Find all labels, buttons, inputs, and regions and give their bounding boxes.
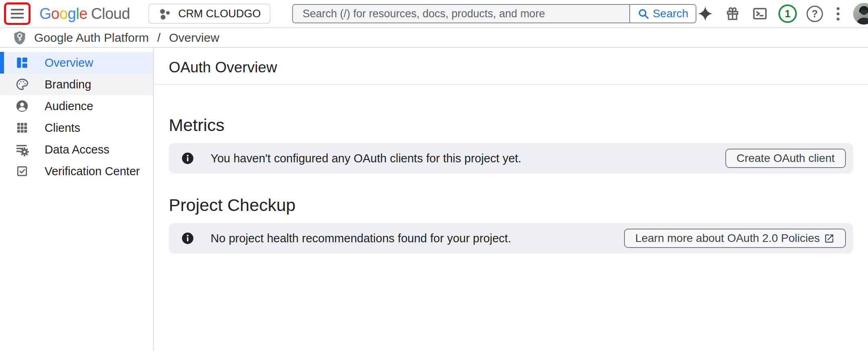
metrics-heading: Metrics	[169, 115, 868, 135]
title-divider	[154, 84, 868, 85]
create-oauth-client-button[interactable]: Create OAuth client	[725, 149, 846, 168]
project-selector-button[interactable]: CRM CLOUDGO	[148, 4, 270, 24]
clients-apps-icon	[15, 121, 29, 135]
notification-count: 1	[785, 8, 790, 20]
avatar[interactable]	[853, 3, 868, 25]
info-icon	[181, 151, 194, 165]
info-icon	[181, 231, 194, 245]
sidebar: Overview Branding	[0, 48, 154, 350]
logo-letter: G	[39, 5, 51, 23]
project-icon	[158, 7, 172, 20]
sidebar-item-clients[interactable]: Clients	[0, 117, 153, 139]
logo-letter: e	[79, 5, 88, 23]
breadcrumb-product[interactable]: Google Auth Platform	[34, 31, 149, 45]
sidebar-item-label: Clients	[45, 121, 80, 135]
project-checkup-heading: Project Checkup	[169, 195, 868, 215]
google-cloud-logo[interactable]: G o o g l e Cloud	[39, 5, 130, 23]
notifications-badge[interactable]: 1	[778, 4, 797, 23]
gemini-sparkle-icon[interactable]	[696, 5, 714, 23]
learn-more-label: Learn more about OAuth 2.0 Policies	[635, 232, 820, 245]
data-access-icon	[15, 142, 29, 157]
logo-letter: l	[76, 5, 79, 23]
audience-person-icon	[15, 99, 29, 113]
verification-checkbox-icon	[15, 164, 29, 178]
logo-cloud-text: Cloud	[91, 5, 130, 23]
sidebar-item-label: Audience	[45, 100, 93, 113]
breadcrumb: Google Auth Platform / Overview	[0, 28, 868, 48]
page-title: OAuth Overview	[169, 59, 868, 76]
sidebar-item-label: Overview	[45, 56, 93, 70]
search-button[interactable]: Search	[629, 5, 696, 23]
main-menu-button[interactable]	[11, 9, 24, 18]
logo-letter: o	[51, 5, 59, 23]
project-name: CRM CLOUDGO	[178, 8, 261, 20]
logo-letter: g	[68, 5, 76, 23]
breadcrumb-separator: /	[157, 31, 160, 45]
cloud-shell-icon[interactable]	[751, 5, 769, 23]
sidebar-item-label: Data Access	[45, 143, 109, 156]
sidebar-item-data-access[interactable]: Data Access	[0, 139, 153, 160]
branding-palette-icon	[15, 77, 29, 92]
search-bar: Search	[292, 4, 696, 23]
main-content: OAuth Overview Metrics You haven't confi…	[154, 48, 868, 350]
sidebar-item-overview[interactable]: Overview	[0, 52, 153, 74]
search-button-label: Search	[653, 7, 688, 20]
more-options-icon[interactable]	[833, 6, 843, 22]
logo-letter: o	[59, 5, 68, 23]
sidebar-item-label: Branding	[45, 78, 91, 91]
gift-icon[interactable]	[724, 5, 741, 23]
learn-more-oauth-policies-button[interactable]: Learn more about OAuth 2.0 Policies	[624, 229, 846, 248]
metrics-banner-text: You haven't configured any OAuth clients…	[211, 152, 709, 165]
external-link-icon	[824, 233, 835, 244]
project-checkup-banner: No project health recommendations found …	[169, 223, 853, 254]
auth-platform-shield-icon	[12, 30, 27, 45]
top-bar-actions: 1 ?	[696, 3, 868, 25]
sidebar-item-verification-center[interactable]: Verification Center	[0, 160, 153, 182]
annotation-box	[4, 2, 31, 25]
overview-dashboard-icon	[15, 55, 29, 70]
sidebar-item-branding[interactable]: Branding	[0, 74, 153, 95]
search-input[interactable]	[293, 5, 629, 23]
sidebar-item-audience[interactable]: Audience	[0, 95, 153, 117]
checkup-banner-text: No project health recommendations found …	[211, 232, 608, 245]
help-icon[interactable]: ?	[807, 6, 823, 22]
search-icon	[637, 8, 649, 20]
create-oauth-client-label: Create OAuth client	[737, 152, 835, 165]
sidebar-item-label: Verification Center	[45, 165, 140, 178]
top-bar: G o o g l e Cloud CRM CLOUDGO Search	[0, 0, 868, 28]
metrics-banner: You haven't configured any OAuth clients…	[169, 143, 853, 174]
breadcrumb-page: Overview	[169, 31, 219, 45]
